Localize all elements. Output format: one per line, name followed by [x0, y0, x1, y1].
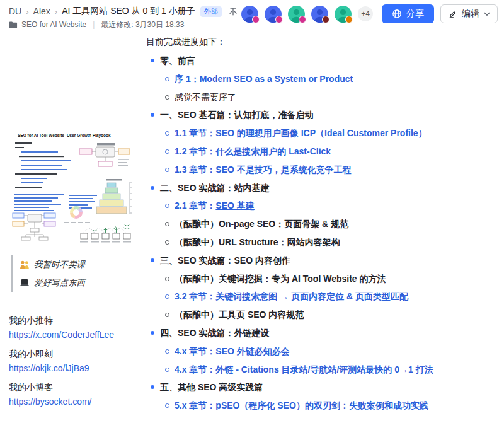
sidebar-link-group: 我的小即刻https://okjk.co/lJjBa9	[9, 349, 114, 374]
outline-item-text: 二、SEO 实战篇：站内基建	[160, 183, 269, 193]
outline-item-text: 5.x 章节：pSEO（程序化 SEO）的双刃剑：失败案例和成功实践	[175, 400, 428, 410]
bullet-icon	[165, 204, 169, 208]
outline-link-item[interactable]: 序 1：Modern SEO as a System or Product	[146, 72, 494, 86]
breadcrumb-item[interactable]: DU	[9, 6, 21, 16]
outline-link-item[interactable]: 4.x 章节：SEO 外链必知必会	[146, 344, 494, 358]
divider: |	[93, 20, 94, 29]
status-dot	[322, 16, 329, 23]
document-thumbnail[interactable]: SEO for AI Tool Website -User Growth Pla…	[11, 128, 132, 249]
chevron-down-icon	[484, 12, 490, 16]
outline-text-item: 二、SEO 实战篇：站内基建	[146, 181, 494, 195]
outline-text-item: 一、SEO 基石篇：认知打底，准备启动	[146, 108, 494, 122]
outline-link-item[interactable]: 1.3 章节：SEO 不是技巧，是系统化竞争工程	[146, 163, 494, 177]
collaborator-avatar[interactable]	[288, 6, 305, 23]
bullet-icon	[165, 149, 169, 154]
bullet-icon	[151, 186, 154, 190]
collaborator-avatar[interactable]	[241, 6, 258, 23]
sidebar-link-url[interactable]: https://okjk.co/lJjBa9	[9, 363, 114, 374]
sidebar-link-label: 我的小即刻	[9, 349, 114, 359]
outline-item-text: 四、SEO 实战篇：外链建设	[160, 328, 269, 338]
outline-item-text: （酝酿中）关键词挖掘：专为 AI Tool Website 的方法	[175, 274, 386, 284]
globe-icon	[392, 9, 402, 19]
outline-text-item: 五、其他 SEO 高级实践篇	[146, 380, 494, 394]
outline-link-item[interactable]: 1.1 章节：SEO 的理想用户画像 ICP（Ideal Customer Pr…	[146, 126, 494, 140]
share-button[interactable]: 分享	[382, 4, 434, 23]
collaborator-avatars	[241, 6, 358, 23]
outline-text-item: （酝酿中）On-page SEO：页面骨架 & 规范	[146, 217, 494, 231]
outline-item-text: 五、其他 SEO 高级实践篇	[160, 382, 263, 392]
quote-block: 我暂时不卖课爱好写点东西	[11, 255, 85, 292]
outline-text-item: 感觉不需要序了	[146, 90, 494, 104]
status-dot	[275, 16, 283, 23]
outline-item-text: 4.x 章节：SEO 外链必知必会	[175, 346, 290, 356]
thumbnail-title: SEO for AI Tool Website -User Growth Pla…	[11, 128, 132, 139]
outline-link-item[interactable]: 2.1 章节：SEO 基建	[146, 199, 494, 212]
bullet-icon	[165, 294, 169, 299]
bullet-icon	[165, 222, 169, 226]
outline-text-item: 四、SEO 实战篇：外链建设	[146, 326, 494, 340]
bullet-icon	[165, 95, 169, 100]
sidebar-link-label: 我的小推特	[9, 315, 114, 326]
progress-intro: 目前完成进度如下：	[146, 35, 494, 49]
outline-link-item[interactable]: 4.x 章节：外链 - Citations 目录站/导航站/评测站最快的 0→1…	[146, 362, 494, 376]
doc-content: 目前完成进度如下： 零、前言序 1：Modern SEO as a System…	[146, 30, 494, 417]
outline-list: 零、前言序 1：Modern SEO as a System or Produc…	[146, 54, 494, 412]
outline-item-text: 三、SEO 实战篇：SEO 内容创作	[160, 255, 290, 265]
outline-item-text: （酝酿中）工具页 SEO 内容规范	[175, 310, 304, 320]
outline-link-item[interactable]: 5.x 章节：pSEO（程序化 SEO）的双刃剑：失败案例和成功实践	[146, 398, 494, 412]
folder-icon	[9, 21, 18, 29]
edit-button[interactable]: 编辑	[440, 4, 498, 23]
people-icon	[20, 260, 30, 269]
outline-link-item[interactable]: 3.2 章节：关键词搜索意图 → 页面内容定位 & 页面类型匹配	[146, 289, 494, 303]
outline-item-text: 4.x 章节：外链 - Citations 目录站/导航站/评测站最快的 0→1…	[175, 364, 433, 374]
outline-item-text: 序 1：Modern SEO as a System or Product	[175, 74, 353, 84]
quote-line: 我暂时不卖课	[20, 255, 85, 274]
bullet-icon	[165, 313, 169, 317]
quote-line: 爱好写点东西	[20, 274, 85, 292]
bullet-icon	[151, 385, 154, 389]
sidebar-link-url[interactable]: https://x.com/CoderJeffLee	[9, 330, 114, 340]
breadcrumb: DU›Alex›AI 工具网站 SEO 从 0 到 1 小册子	[9, 6, 195, 17]
bullet-icon	[151, 258, 154, 262]
outline-item-text: 1.1 章节：SEO 的理想用户画像 ICP（Ideal Customer Pr…	[175, 128, 427, 138]
quote-text: 我暂时不卖课	[34, 259, 85, 270]
outline-text-item: 零、前言	[146, 54, 494, 67]
bullet-icon	[151, 59, 154, 62]
outline-item-text: 零、前言	[160, 55, 195, 66]
sidebar-link-url[interactable]: https://bysocket.com/	[9, 397, 114, 407]
bullet-icon	[165, 131, 169, 136]
outline-item-text: 3.2 章节：关键词搜索意图 → 页面内容定位 & 页面类型匹配	[175, 291, 408, 301]
bullet-icon	[165, 403, 169, 408]
status-dot	[299, 16, 306, 23]
bullet-icon	[165, 77, 169, 81]
bullet-icon	[165, 240, 169, 245]
sidebar-links: 我的小推特https://x.com/CoderJeffLee我的小即刻http…	[9, 315, 114, 415]
outline-item-text: （酝酿中）On-page SEO：页面骨架 & 规范	[175, 219, 348, 229]
outline-item-text: 1.2 章节：什么是搜索用户的 Last-Click	[175, 146, 331, 156]
outline-text-item: （酝酿中）工具页 SEO 内容规范	[146, 308, 494, 322]
collaborator-avatar[interactable]	[335, 6, 352, 23]
outline-item-text: 1.3 章节：SEO 不是技巧，是系统化竞争工程	[175, 165, 352, 175]
breadcrumb-item[interactable]: AI 工具网站 SEO 从 0 到 1 小册子	[62, 6, 195, 17]
external-badge: 外部	[200, 6, 222, 17]
sidebar-link-label: 我的小博客	[9, 382, 114, 393]
outline-text-item: 三、SEO 实战篇：SEO 内容创作	[146, 253, 494, 267]
space-name[interactable]: SEO for AI Website	[21, 20, 86, 29]
outline-item-text: 一、SEO 基石篇：认知打底，准备启动	[160, 110, 313, 120]
collaborator-avatar[interactable]	[311, 6, 328, 23]
breadcrumb-item[interactable]: Alex	[33, 6, 50, 16]
outline-link-item[interactable]: 1.2 章节：什么是搜索用户的 Last-Click	[146, 144, 494, 158]
breadcrumb-separator: ›	[26, 7, 28, 16]
edit-label: 编辑	[462, 8, 479, 20]
laptop-icon	[20, 279, 30, 287]
pin-icon[interactable]	[228, 6, 238, 16]
more-collaborators-count[interactable]: +4	[358, 6, 373, 21]
outline-text-item: （酝酿中）URL Structure：网站内容架构	[146, 235, 494, 249]
pencil-icon	[448, 9, 457, 19]
status-dot	[345, 16, 353, 23]
bullet-icon	[151, 331, 154, 335]
status-dot	[252, 16, 260, 23]
collaborator-avatar[interactable]	[265, 6, 282, 23]
bullet-icon	[151, 113, 154, 117]
bullet-icon	[165, 349, 169, 354]
